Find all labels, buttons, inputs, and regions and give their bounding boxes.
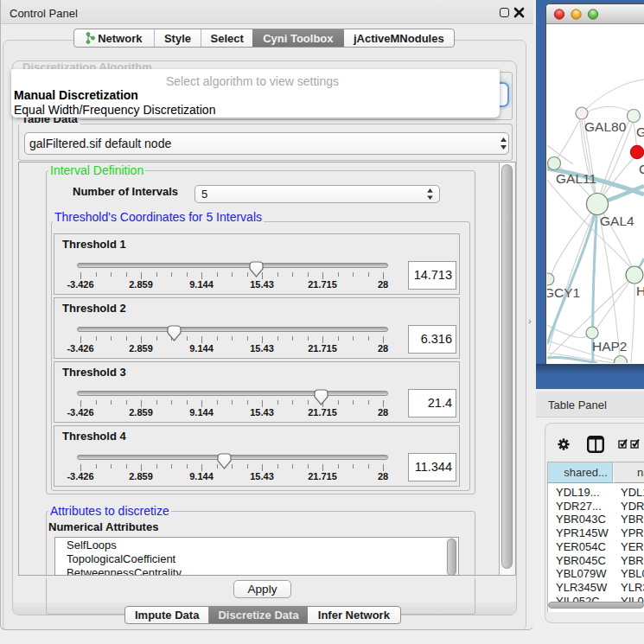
svg-text:GCY1: GCY1 (547, 285, 580, 300)
svg-text:H: H (636, 284, 644, 298)
svg-text:GAL80: GAL80 (584, 119, 627, 134)
svg-text:HAP2: HAP2 (592, 339, 628, 354)
svg-text:C: C (639, 162, 644, 176)
svg-text:GAL4: GAL4 (600, 214, 634, 228)
svg-text:GA: GA (636, 124, 644, 139)
svg-text:GAL11: GAL11 (556, 171, 596, 186)
